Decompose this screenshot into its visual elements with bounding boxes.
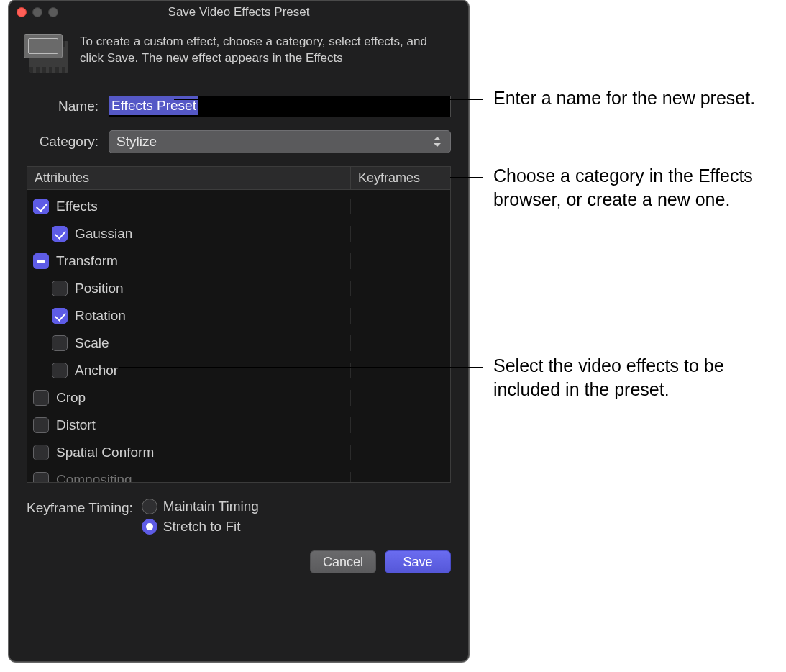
dialog-description: To create a custom effect, choose a cate… bbox=[80, 34, 454, 67]
titlebar: Save Video Effects Preset bbox=[9, 1, 468, 24]
attribute-label: Crop bbox=[56, 390, 86, 406]
table-header: Attributes Keyframes bbox=[27, 167, 450, 190]
name-label: Name: bbox=[27, 99, 99, 114]
attribute-label: Anchor bbox=[75, 363, 118, 378]
checkbox[interactable] bbox=[52, 226, 68, 242]
table-row: Rotation bbox=[27, 302, 450, 330]
close-icon[interactable] bbox=[17, 7, 27, 17]
dialog-header: To create a custom effect, choose a cate… bbox=[9, 24, 468, 80]
checkbox[interactable] bbox=[33, 417, 49, 433]
table-row: Anchor bbox=[27, 357, 450, 384]
traffic-lights bbox=[17, 7, 58, 17]
checkbox[interactable] bbox=[33, 253, 49, 269]
button-row: Cancel Save bbox=[9, 535, 468, 573]
table-row: Compositing bbox=[27, 466, 450, 482]
attribute-label: Transform bbox=[56, 253, 118, 269]
attributes-table: Attributes Keyframes EffectsGaussianTran… bbox=[27, 166, 451, 483]
attribute-label: Gaussian bbox=[75, 226, 132, 242]
checkbox[interactable] bbox=[52, 281, 68, 296]
window-title: Save Video Effects Preset bbox=[9, 5, 468, 19]
callout-name: Enter a name for the new preset. bbox=[493, 86, 767, 110]
save-button[interactable]: Save bbox=[385, 550, 451, 573]
callout-effects: Select the video effects to be included … bbox=[493, 354, 781, 401]
table-row: Position bbox=[27, 275, 450, 302]
preset-icon bbox=[24, 34, 68, 73]
table-row: Crop bbox=[27, 384, 450, 412]
table-body: EffectsGaussianTransformPositionRotation… bbox=[27, 190, 450, 482]
checkbox[interactable] bbox=[52, 335, 68, 351]
checkbox[interactable] bbox=[52, 363, 68, 378]
category-select[interactable]: Stylize bbox=[109, 130, 451, 153]
cancel-button[interactable]: Cancel bbox=[310, 550, 376, 573]
attribute-label: Rotation bbox=[75, 308, 126, 324]
radio-label: Maintain Timing bbox=[163, 499, 259, 514]
keyframe-options: Maintain TimingStretch to Fit bbox=[142, 499, 259, 535]
radio-option[interactable]: Stretch to Fit bbox=[142, 519, 259, 535]
attribute-label: Spatial Conform bbox=[56, 445, 154, 460]
chevron-up-down-icon bbox=[433, 136, 443, 147]
attribute-label: Compositing bbox=[56, 472, 132, 482]
table-row: Transform bbox=[27, 248, 450, 275]
category-row: Category: Stylize bbox=[27, 130, 451, 153]
keyframe-timing: Keyframe Timing: Maintain TimingStretch … bbox=[27, 499, 451, 535]
callout-category: Choose a category in the Effects browser… bbox=[493, 164, 767, 211]
checkbox[interactable] bbox=[33, 472, 49, 482]
table-row: Gaussian bbox=[27, 220, 450, 248]
maximize-icon bbox=[48, 7, 58, 17]
category-label: Category: bbox=[27, 134, 99, 150]
attribute-label: Position bbox=[75, 281, 124, 296]
table-row: Distort bbox=[27, 412, 450, 439]
keyframe-timing-label: Keyframe Timing: bbox=[27, 499, 133, 516]
column-keyframes[interactable]: Keyframes bbox=[351, 167, 450, 189]
radio-icon[interactable] bbox=[142, 519, 157, 535]
table-row: Scale bbox=[27, 330, 450, 357]
column-attributes[interactable]: Attributes bbox=[27, 167, 351, 189]
attribute-label: Effects bbox=[56, 199, 98, 214]
checkbox[interactable] bbox=[33, 199, 49, 214]
attribute-label: Scale bbox=[75, 335, 109, 351]
checkbox[interactable] bbox=[33, 445, 49, 460]
checkbox[interactable] bbox=[33, 390, 49, 406]
table-row: Effects bbox=[27, 193, 450, 220]
radio-option[interactable]: Maintain Timing bbox=[142, 499, 259, 514]
minimize-icon bbox=[32, 7, 42, 17]
radio-icon[interactable] bbox=[142, 499, 157, 514]
table-row: Spatial Conform bbox=[27, 439, 450, 466]
radio-label: Stretch to Fit bbox=[163, 519, 241, 535]
form: Name: Effects Preset Category: Stylize bbox=[9, 80, 468, 153]
attribute-label: Distort bbox=[56, 417, 96, 433]
category-value: Stylize bbox=[116, 134, 157, 150]
checkbox[interactable] bbox=[52, 308, 68, 324]
